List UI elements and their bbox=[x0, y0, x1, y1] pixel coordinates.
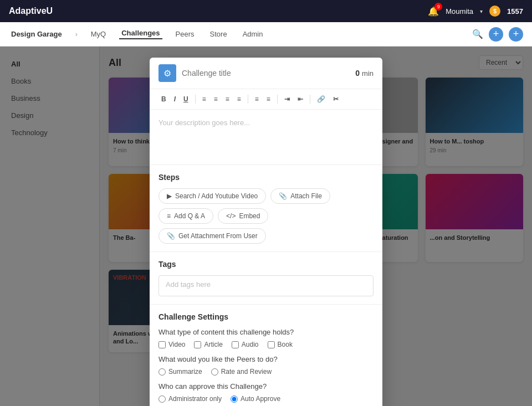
notification-badge: 9 bbox=[434, 3, 442, 11]
steps-buttons: ▶ Search / Add Youtube Video 📎 Attach Fi… bbox=[158, 188, 374, 244]
challenge-title-input[interactable] bbox=[182, 69, 350, 78]
challenge-settings: Challenge Settings What type of content … bbox=[150, 305, 382, 406]
qa-icon: ≡ bbox=[167, 212, 171, 220]
breadcrumb-parent[interactable]: Design Garage bbox=[9, 30, 64, 38]
toolbar-sep-4 bbox=[310, 95, 310, 104]
nav-item-challenges[interactable]: Challenges bbox=[119, 29, 162, 39]
search-icon[interactable]: 🔍 bbox=[472, 29, 483, 39]
peer-action-rate[interactable]: Rate and Review bbox=[211, 368, 272, 376]
step-btn-attach-label: Attach File bbox=[290, 192, 322, 200]
approve-auto[interactable]: Auto Approve bbox=[231, 395, 280, 403]
settings-q1: What type of content this challenge hold… bbox=[158, 328, 374, 336]
challenge-modal: ⚙ 0 min B I U ≡ ≡ ≡ ≡ ≡ ≡ bbox=[150, 58, 382, 406]
tags-input[interactable]: Add tags here bbox=[158, 275, 374, 296]
settings-q2: What would you like the Peers to do? bbox=[158, 355, 374, 363]
sub-nav-actions: 🔍 + + bbox=[472, 27, 523, 42]
add-button-1[interactable]: + bbox=[489, 27, 503, 42]
toolbar-sep-2 bbox=[248, 95, 248, 104]
user-label: Moumita bbox=[446, 7, 473, 16]
duration-value: 0 bbox=[355, 69, 360, 78]
logo: AdaptiveU bbox=[9, 6, 53, 16]
modal-duration: 0 min bbox=[355, 69, 374, 78]
peer-action-group: Summarize Rate and Review bbox=[158, 368, 374, 376]
tags-placeholder: Add tags here bbox=[166, 280, 211, 289]
steps-section: Steps ▶ Search / Add Youtube Video 📎 Att… bbox=[150, 165, 382, 252]
nav-item-store[interactable]: Store bbox=[208, 30, 229, 38]
content-type-video[interactable]: Video bbox=[158, 341, 185, 348]
toolbar-sep-3 bbox=[277, 95, 278, 104]
toolbar-align-right[interactable]: ≡ bbox=[223, 94, 232, 105]
step-btn-attach[interactable]: 📎 Attach File bbox=[270, 188, 330, 204]
toolbar-code[interactable]: ✂ bbox=[330, 94, 341, 105]
sub-nav: Design Garage › MyQ Challenges Peers Sto… bbox=[0, 22, 532, 47]
nav-item-peers[interactable]: Peers bbox=[173, 30, 197, 38]
settings-q3: Who can approve this Challenge? bbox=[158, 382, 374, 390]
duration-label: min bbox=[362, 69, 374, 78]
toolbar-align-justify[interactable]: ≡ bbox=[234, 94, 244, 105]
approve-auto-radio[interactable] bbox=[231, 395, 238, 403]
toolbar-bold[interactable]: B bbox=[158, 94, 169, 105]
content-type-book-checkbox[interactable] bbox=[268, 341, 275, 348]
description-placeholder: Your description goes here... bbox=[158, 119, 250, 127]
step-btn-youtube-label: Search / Add Youtube Video bbox=[175, 192, 258, 200]
step-btn-attachment-user[interactable]: 📎 Get Attachment From User bbox=[158, 228, 266, 244]
content-type-audio-checkbox[interactable] bbox=[232, 341, 239, 348]
peer-action-rate-radio[interactable] bbox=[211, 368, 218, 376]
notification-icon[interactable]: 🔔 9 bbox=[428, 6, 439, 17]
toolbar-align-center[interactable]: ≡ bbox=[211, 94, 221, 105]
step-btn-youtube[interactable]: ▶ Search / Add Youtube Video bbox=[158, 188, 266, 204]
coin-icon: $ bbox=[489, 6, 500, 17]
approve-admin[interactable]: Administrator only bbox=[158, 395, 222, 403]
content-type-audio[interactable]: Audio bbox=[232, 341, 259, 348]
top-nav: AdaptiveU 🔔 9 Moumita ▾ $ 1557 bbox=[0, 0, 532, 22]
content-type-video-checkbox[interactable] bbox=[158, 341, 166, 348]
nav-item-admin[interactable]: Admin bbox=[241, 30, 265, 38]
user-caret-icon[interactable]: ▾ bbox=[480, 8, 483, 14]
tags-title: Tags bbox=[158, 260, 374, 269]
add-button-2[interactable]: + bbox=[509, 27, 523, 42]
step-btn-embed[interactable]: </> Embed bbox=[218, 208, 268, 224]
content-type-group: Video Article Audio Book bbox=[158, 341, 374, 348]
content-type-article[interactable]: Article bbox=[194, 341, 222, 348]
toolbar-outdent[interactable]: ⇤ bbox=[295, 94, 306, 105]
toolbar-sep-1 bbox=[195, 95, 196, 104]
top-nav-right: 🔔 9 Moumita ▾ $ 1557 bbox=[428, 6, 523, 17]
tags-section: Tags Add tags here bbox=[150, 252, 382, 305]
step-btn-qa[interactable]: ≡ Add Q & A bbox=[158, 208, 213, 224]
points-label: 1557 bbox=[507, 7, 523, 16]
youtube-icon: ▶ bbox=[167, 192, 172, 200]
peer-action-summarize[interactable]: Summarize bbox=[158, 368, 202, 376]
steps-title: Steps bbox=[158, 173, 374, 182]
attachment-user-icon: 📎 bbox=[167, 232, 175, 240]
top-nav-left: AdaptiveU bbox=[9, 6, 53, 16]
embed-icon: </> bbox=[226, 212, 236, 220]
peer-action-summarize-radio[interactable] bbox=[158, 368, 166, 376]
settings-title: Challenge Settings bbox=[158, 312, 374, 321]
main-layout: All Books Business Design Technology All… bbox=[0, 47, 532, 406]
toolbar-unordered-list[interactable]: ≡ bbox=[264, 94, 273, 105]
breadcrumb-sep: › bbox=[75, 30, 78, 38]
step-btn-qa-label: Add Q & A bbox=[174, 212, 205, 220]
content-type-article-checkbox[interactable] bbox=[194, 341, 201, 348]
modal-overlay: ⚙ 0 min B I U ≡ ≡ ≡ ≡ ≡ ≡ bbox=[0, 47, 532, 406]
toolbar-indent[interactable]: ⇥ bbox=[282, 94, 293, 105]
approve-group: Administrator only Auto Approve bbox=[158, 395, 374, 403]
toolbar-italic[interactable]: I bbox=[171, 94, 178, 105]
step-btn-embed-label: Embed bbox=[239, 212, 260, 220]
toolbar-align-left[interactable]: ≡ bbox=[200, 94, 209, 105]
attach-icon: 📎 bbox=[279, 192, 287, 200]
modal-description[interactable]: Your description goes here... bbox=[150, 110, 382, 165]
nav-item-myq[interactable]: MyQ bbox=[89, 30, 108, 38]
toolbar-underline[interactable]: U bbox=[181, 94, 191, 105]
content-type-book[interactable]: Book bbox=[268, 341, 293, 348]
approve-admin-radio[interactable] bbox=[158, 395, 166, 403]
modal-icon: ⚙ bbox=[158, 64, 176, 82]
toolbar-ordered-list[interactable]: ≡ bbox=[252, 94, 262, 105]
modal-header: ⚙ 0 min bbox=[150, 58, 382, 89]
toolbar-link[interactable]: 🔗 bbox=[314, 94, 328, 105]
step-btn-attachment-user-label: Get Attachment From User bbox=[178, 232, 258, 240]
modal-toolbar: B I U ≡ ≡ ≡ ≡ ≡ ≡ ⇥ ⇤ 🔗 ✂ bbox=[150, 89, 382, 110]
